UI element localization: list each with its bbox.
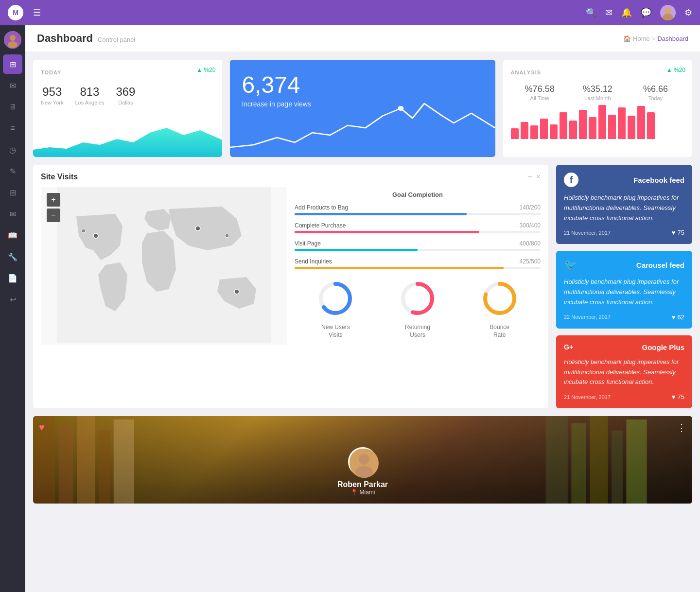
google-plus-card: G+ Google Plus Holisticly benchmark plug… <box>556 335 692 408</box>
user-name: Roben Parkar <box>337 480 388 489</box>
tw-likes-count: 62 <box>678 313 684 321</box>
heart-icon-gp: ♥ <box>672 393 676 400</box>
header-title-group: Dashboard Control panel <box>37 32 135 45</box>
mail-icon[interactable]: ✉ <box>605 7 612 18</box>
analysis-today: %6.66 Today <box>627 84 684 101</box>
analysis-today-label: Today <box>627 95 684 101</box>
analysis-stats: %76.58 All Time %35.12 Last Month %6.66 … <box>511 84 684 101</box>
avatar[interactable] <box>660 5 676 20</box>
breadcrumb-home[interactable]: Home <box>633 35 650 42</box>
svg-point-9 <box>195 226 200 231</box>
goal-complete-purchase: Complete Purchase 300/400 <box>295 222 541 233</box>
header-bar: Dashboard Control panel 🏠 Home > Dashboa… <box>25 25 700 52</box>
sidebar-item-edit[interactable]: ✎ <box>3 161 22 181</box>
fb-card-title: Facebook feed <box>633 176 684 184</box>
google-plus-icon: G+ <box>564 343 573 351</box>
analysis-lastmonth-label: Last Month <box>569 95 627 101</box>
world-map: + − <box>41 187 287 345</box>
gear-icon[interactable]: ⚙ <box>684 7 692 18</box>
site-visits-title: Site Visits <box>41 173 78 181</box>
bar-8 <box>579 110 587 139</box>
analysis-lastmonth-value: %35.12 <box>569 84 627 94</box>
bar-12 <box>618 107 626 139</box>
sidebar-item-book[interactable]: 📖 <box>3 226 22 245</box>
bell-icon[interactable]: 🔔 <box>621 7 632 18</box>
bar-11 <box>608 115 616 139</box>
donut-bounce-label: BounceRate <box>480 324 519 339</box>
minimize-button[interactable]: − <box>527 173 532 181</box>
goal-send-inquiries-fill <box>295 267 504 269</box>
heart-button[interactable]: ♥ <box>39 422 45 433</box>
goal-visit-page-fill <box>295 249 418 251</box>
svg-point-29 <box>359 454 369 465</box>
image-card: ♥ ⋮ Roben Parkar 📍 Miami <box>33 416 692 504</box>
middle-row: Site Visits − × + − <box>33 165 692 408</box>
image-card-content: Roben Parkar 📍 Miami <box>33 439 692 504</box>
breadcrumb-home-icon: 🏠 <box>623 35 631 42</box>
app-logo[interactable]: M <box>8 5 23 20</box>
sidebar-item-monitor[interactable]: 🖥 <box>3 97 22 117</box>
donut-returning-svg <box>398 279 437 318</box>
goal-complete-purchase-fill <box>295 231 479 233</box>
analysis-label: ANALYSIS <box>511 70 542 75</box>
menu-icon[interactable]: ☰ <box>33 7 41 18</box>
analysis-alltime-value: %76.58 <box>511 84 569 94</box>
goal-visit-page: Visit Page 400/800 <box>295 240 541 251</box>
analysis-card: ANALYSIS ▲ %20 %76.58 All Time %35.12 La… <box>503 60 692 157</box>
donut-new-users-label: New UsersVisits <box>316 324 355 339</box>
heart-icon-tw: ♥ <box>672 313 676 321</box>
page-title: Dashboard <box>37 32 93 45</box>
sidebar-item-list[interactable]: ≡ <box>3 119 22 138</box>
topnav-right: 🔍 ✉ 🔔 💬 ⚙ <box>586 5 692 20</box>
sidebar-item-dashboard[interactable]: ⊞ <box>3 54 22 74</box>
chat-icon[interactable]: 💬 <box>641 7 651 18</box>
sidebar-item-mail[interactable]: ✉ <box>3 76 22 95</box>
analysis-alltime: %76.58 All Time <box>511 84 569 101</box>
stat-dallas-label: Dallas <box>116 100 135 105</box>
search-icon[interactable]: 🔍 <box>586 7 596 18</box>
goal-visit-page-track <box>295 249 541 251</box>
goal-add-products-fill <box>295 213 467 215</box>
bar-6 <box>560 112 567 139</box>
donut-returning: ReturningUsers <box>398 279 437 339</box>
more-options-button[interactable]: ⋮ <box>677 422 686 434</box>
sidebar-item-clock[interactable]: ◷ <box>3 140 22 159</box>
analysis-bar-chart <box>511 105 684 139</box>
sidebar: ⊞ ✉ 🖥 ≡ ◷ ✎ ⊞ ✉ 📖 🔧 📄 ↩ <box>0 25 25 592</box>
svg-point-4 <box>8 41 18 48</box>
goal-visit-page-name: Visit Page <box>295 240 321 247</box>
stat-los-angeles: 813 Los Angeles <box>75 85 104 105</box>
fb-card-date: 21 November, 2017 <box>564 230 611 236</box>
donut-new-users: New UsersVisits <box>316 279 355 339</box>
map-zoom-in[interactable]: + <box>47 193 60 207</box>
bar-5 <box>550 124 558 139</box>
svg-point-0 <box>665 7 671 14</box>
sidebar-item-grid[interactable]: ⊞ <box>3 183 22 202</box>
sidebar-item-back[interactable]: ↩ <box>3 290 22 309</box>
donut-returning-label: ReturningUsers <box>398 324 437 339</box>
sidebar-item-doc[interactable]: 📄 <box>3 268 22 288</box>
map-zoom-out[interactable]: − <box>47 209 60 222</box>
goal-complete-purchase-header: Complete Purchase 300/400 <box>295 222 541 229</box>
tw-card-header: 🐦 Carousel feed <box>564 259 684 271</box>
stat-los-angeles-label: Los Angeles <box>75 100 104 105</box>
svg-point-8 <box>82 229 86 233</box>
sidebar-item-wrench[interactable]: 🔧 <box>3 247 22 266</box>
map-zoom-controls: + − <box>47 193 60 222</box>
twitter-icon: 🐦 <box>564 259 577 271</box>
pageviews-card: 6,374 Increase in page views <box>230 60 495 157</box>
bar-7 <box>569 121 577 139</box>
svg-point-5 <box>398 106 404 111</box>
close-button[interactable]: × <box>536 173 541 181</box>
card-controls: − × <box>527 173 541 181</box>
analysis-lastmonth: %35.12 Last Month <box>569 84 627 101</box>
goal-send-inquiries: Send Inquiries 425/500 <box>295 258 541 269</box>
twitter-card: 🐦 Carousel feed Holisticly benchmark plu… <box>556 251 692 328</box>
svg-point-7 <box>93 233 98 238</box>
goals-title: Goal Completion <box>295 191 541 198</box>
sidebar-avatar <box>4 31 21 49</box>
fb-likes-count: 75 <box>678 229 684 236</box>
user-avatar <box>348 447 377 476</box>
goal-send-inquiries-track <box>295 267 541 269</box>
sidebar-item-message[interactable]: ✉ <box>3 204 22 224</box>
